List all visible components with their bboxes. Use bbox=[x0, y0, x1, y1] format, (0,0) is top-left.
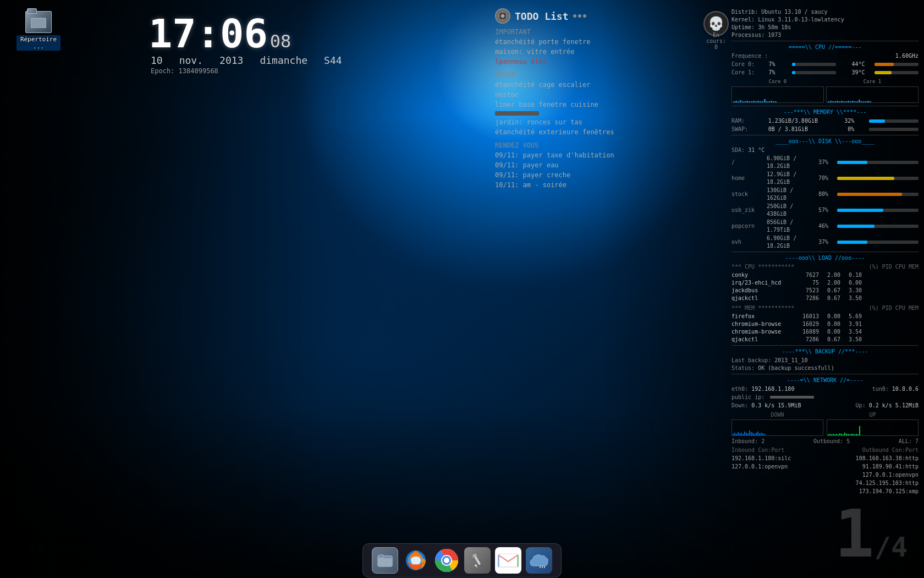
disk-popcorn-size: 856GiB / 1.79TiB bbox=[767, 219, 816, 234]
memory-section-header: ---***\\ MEMORY \\****--- bbox=[732, 108, 919, 116]
dock-item-firefox[interactable] bbox=[403, 547, 429, 574]
todo-progress-bar bbox=[495, 111, 539, 116]
core1-graph-label: Core 1 bbox=[826, 78, 919, 85]
disk-root-name: / bbox=[732, 159, 765, 166]
core1-temp: 39°C bbox=[846, 69, 865, 77]
cpu-proc-row: jackdbus 7523 0.67 3.30 bbox=[732, 287, 919, 295]
disk-home-pct: 70% bbox=[818, 175, 835, 182]
distrib-info: Distrib: Ubuntu 13.10 / saucy bbox=[732, 8, 919, 16]
disk-ovh-size: 6.90GiB / 18.2GiB bbox=[767, 235, 816, 250]
core0-temp-bar bbox=[875, 63, 919, 66]
disk-ovh-name: ovh bbox=[732, 238, 765, 246]
todo-section-rdv: RENDEZ VOUS bbox=[495, 141, 622, 149]
public-ip-label: public ip: bbox=[732, 394, 765, 400]
folder-label: Répertoire ... bbox=[16, 35, 61, 51]
mem-process-list: firefox 16013 0.00 5.69chromium-browse 1… bbox=[732, 313, 919, 343]
core1-label: Core 1: bbox=[732, 69, 759, 77]
todo-item-5: nostoc bbox=[495, 90, 622, 100]
clock-week: S44 bbox=[324, 54, 342, 66]
mem-proc-row: chromium-browse 16089 0.00 3.54 bbox=[732, 328, 919, 336]
disk-row-stock: stock 130GiB / 162GiB 80% bbox=[732, 187, 919, 202]
clock-day: 10 bbox=[151, 54, 163, 66]
todo-item-7: jardin: ronces sur tas bbox=[495, 117, 622, 127]
inbound-con2: 127.0.0.1:openvpn bbox=[732, 463, 788, 471]
disk-row-home: home 12.9GiB / 18.2GiB 70% bbox=[732, 171, 919, 186]
ram-bar bbox=[869, 119, 919, 123]
dock-item-gmail[interactable] bbox=[495, 547, 521, 574]
up-value: 0.2 k/s 5.12MiB bbox=[869, 402, 919, 408]
ram-pct: 32% bbox=[838, 117, 854, 125]
cpu-proc-header: *** CPU *********** bbox=[732, 263, 794, 271]
dock-item-files[interactable] bbox=[372, 547, 398, 574]
core0-temp: 44°C bbox=[846, 61, 865, 68]
desktop-folder-icon[interactable]: Répertoire ... bbox=[16, 11, 61, 51]
en-cours-label: En cours: 0 bbox=[703, 32, 729, 50]
public-ip-bar bbox=[770, 396, 814, 399]
todo-item-3: lpanneau élec bbox=[495, 57, 622, 67]
outbound-count: Outbound: 5 bbox=[813, 438, 850, 445]
dock-item-tool[interactable] bbox=[464, 547, 491, 574]
swap-pct: 0% bbox=[838, 126, 854, 133]
clock-seconds: 08 bbox=[270, 32, 292, 50]
taskbar bbox=[0, 542, 924, 578]
sda-label: SDA: bbox=[732, 147, 745, 153]
backup-section-header: ----***\\ BACKUP //***---- bbox=[732, 348, 919, 356]
dock-item-chrome[interactable] bbox=[433, 547, 460, 574]
todo-section-important: IMPORTANT bbox=[495, 28, 622, 36]
net-up-graph bbox=[827, 419, 919, 436]
mem-proc-row: qjackctl 7286 0.67 3.50 bbox=[732, 336, 919, 343]
svg-marker-20 bbox=[474, 564, 477, 568]
core0-graph bbox=[732, 86, 824, 103]
load-section-header: ----ooo\\ LOAD //ooo---- bbox=[732, 254, 919, 262]
dock-item-app5[interactable] bbox=[526, 547, 552, 574]
disk-ovh-pct: 37% bbox=[818, 238, 835, 246]
swap-value: 0B / 3.81GiB bbox=[768, 126, 823, 133]
todo-dots bbox=[573, 14, 586, 18]
core1-temp-bar bbox=[875, 71, 919, 74]
todo-item-2: maison: vitre entrée bbox=[495, 47, 622, 57]
outbound-con2: 91.189.90.41:http bbox=[862, 463, 919, 471]
up-label: Up: bbox=[856, 402, 866, 408]
freq-label: Frequence : bbox=[732, 52, 768, 60]
disk-stock-pct: 80% bbox=[818, 190, 835, 198]
kernel-info: Kernel: Linux 3.11.0-13-lowlatency bbox=[732, 16, 919, 24]
todo-rdv-1: 09/11: payer taxe d'habitation bbox=[495, 150, 622, 160]
todo-item-4: étanchéité cage escalier bbox=[495, 80, 622, 90]
mem-proc-header: *** MEM *********** bbox=[732, 304, 794, 312]
eth0-label: eth0: bbox=[732, 386, 748, 392]
down-value: 0.3 k/s 15.9MiB bbox=[751, 402, 801, 408]
disk-row-popcorn: popcorn 856GiB / 1.79TiB 46% bbox=[732, 219, 919, 234]
inbound-con1: 192.168.1.180:silc bbox=[732, 455, 791, 462]
svg-rect-10 bbox=[378, 558, 392, 566]
todo-item-6: limer base fenetre cuisine bbox=[495, 100, 622, 110]
todo-item-8: étanchéité exterieure fenêtres bbox=[495, 127, 622, 137]
disk-row-usb: usb_zik 250GiB / 438GiB 57% bbox=[732, 203, 919, 218]
clock-widget: 17:06 08 10 nov. 2013 dimanche S44 Epoch… bbox=[148, 14, 342, 75]
last-backup-label: Last backup: bbox=[732, 357, 771, 363]
mem-proc-row: firefox 16013 0.00 5.69 bbox=[732, 313, 919, 320]
all-count: ALL: 7 bbox=[899, 438, 919, 445]
disk-popcorn-bar bbox=[837, 225, 919, 228]
svg-rect-11 bbox=[378, 555, 384, 558]
disk-row-ovh: ovh 6.90GiB / 18.2GiB 37% bbox=[732, 235, 919, 250]
ram-value: 1.23GiB/3.80GiB bbox=[768, 117, 823, 125]
disk-home-bar bbox=[837, 177, 919, 180]
disk-row-root: / 6.90GiB / 18.2GiB 37% bbox=[732, 155, 919, 170]
todo-rdv-2: 09/11: payer eau bbox=[495, 160, 622, 170]
svg-rect-0 bbox=[31, 18, 46, 28]
disk-stock-size: 130GiB / 162GiB bbox=[767, 187, 816, 202]
net-up-label: UP bbox=[827, 411, 919, 419]
todo-item-1: étanchéité porte fenetre bbox=[495, 37, 622, 47]
outbound-con-label: Outbound Con:Port bbox=[862, 446, 919, 454]
todo-rdv-4: 10/11: am - soirée bbox=[495, 180, 622, 190]
clock-month: nov. bbox=[179, 54, 203, 66]
core0-bar bbox=[792, 63, 836, 66]
outbound-con1: 108.160.163.38:http bbox=[856, 455, 919, 462]
core1-bar bbox=[792, 71, 836, 74]
core0-graph-label: Core 0 bbox=[732, 78, 824, 85]
disk-stock-name: stock bbox=[732, 190, 765, 198]
disk-section-header: ____ooo---\\ DISK \\---ooo____ bbox=[732, 138, 919, 145]
status-label: Status: bbox=[732, 365, 755, 371]
disk-root-size: 6.90GiB / 18.2GiB bbox=[767, 155, 816, 170]
disk-usb-bar bbox=[837, 209, 919, 212]
